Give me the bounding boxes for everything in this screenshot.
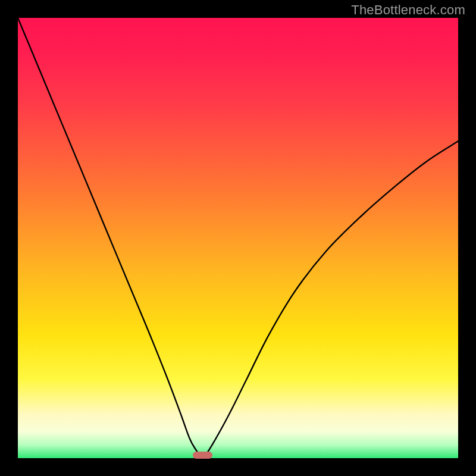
watermark-text: TheBottleneck.com bbox=[351, 2, 465, 18]
curve-layer bbox=[18, 18, 458, 458]
chart-frame: TheBottleneck.com bbox=[0, 0, 476, 476]
minimum-marker bbox=[193, 452, 212, 459]
curve-right-branch bbox=[203, 141, 458, 458]
curve-left-branch bbox=[18, 18, 203, 458]
